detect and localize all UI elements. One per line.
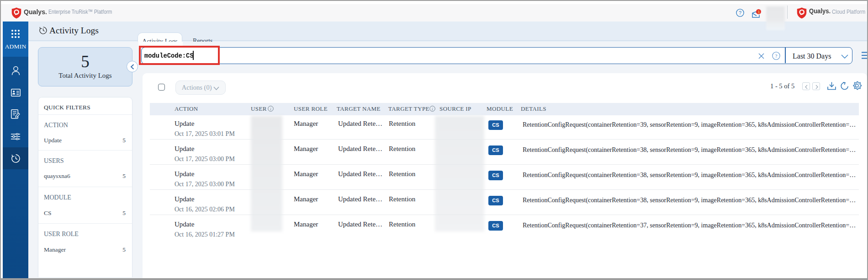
svg-text:?: ? xyxy=(775,54,778,59)
svg-text:?: ? xyxy=(739,10,741,16)
svg-text:i: i xyxy=(270,107,271,111)
svg-text:i: i xyxy=(432,107,433,111)
